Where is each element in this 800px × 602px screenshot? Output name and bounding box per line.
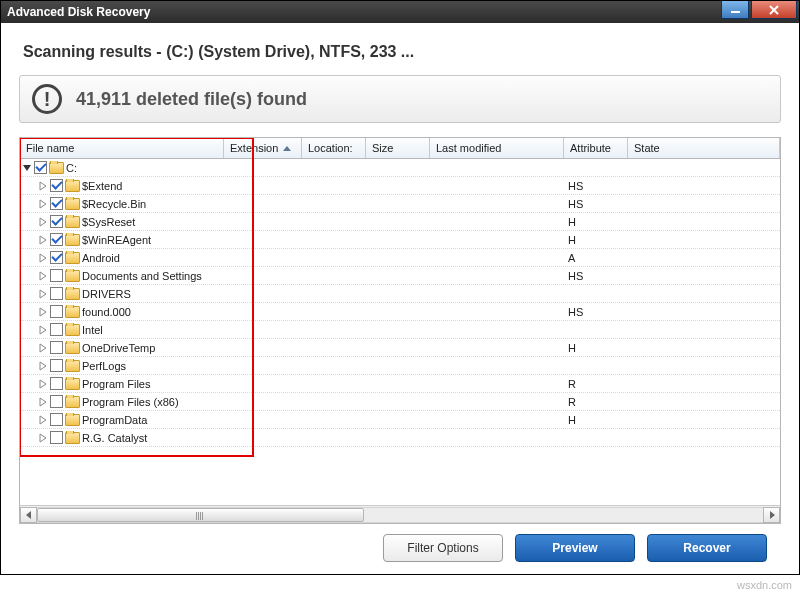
filename-label: PerfLogs	[82, 360, 126, 372]
attribute-cell: R	[564, 378, 628, 390]
expand-icon[interactable]	[38, 415, 48, 425]
filename-label: DRIVERS	[82, 288, 131, 300]
expand-icon[interactable]	[38, 343, 48, 353]
expand-icon[interactable]	[38, 289, 48, 299]
row-checkbox[interactable]	[50, 287, 63, 300]
scroll-thumb[interactable]	[37, 508, 364, 522]
folder-icon	[65, 324, 80, 336]
col-extension[interactable]: Extension	[224, 138, 302, 158]
filename-label: $Extend	[82, 180, 122, 192]
filename-cell: ProgramData	[20, 413, 224, 426]
close-button[interactable]	[751, 1, 797, 19]
expand-icon[interactable]	[38, 199, 48, 209]
horizontal-scrollbar[interactable]	[20, 505, 780, 523]
attribute-cell: HS	[564, 270, 628, 282]
folder-icon	[65, 234, 80, 246]
expand-icon[interactable]	[38, 325, 48, 335]
expand-icon[interactable]	[38, 181, 48, 191]
window-controls	[721, 1, 799, 23]
attribute-cell: HS	[564, 198, 628, 210]
expand-icon[interactable]	[38, 235, 48, 245]
row-checkbox[interactable]	[50, 395, 63, 408]
table-row[interactable]: Documents and SettingsHS	[20, 267, 780, 285]
scroll-left-arrow[interactable]	[20, 507, 37, 523]
attribute-cell: HS	[564, 180, 628, 192]
svg-marker-13	[40, 362, 46, 370]
row-checkbox[interactable]	[50, 323, 63, 336]
alert-icon: !	[32, 84, 62, 114]
recover-button[interactable]: Recover	[647, 534, 767, 562]
folder-icon	[65, 396, 80, 408]
row-checkbox[interactable]	[50, 233, 63, 246]
minimize-button[interactable]	[721, 1, 749, 19]
table-row[interactable]: ProgramDataH	[20, 411, 780, 429]
svg-marker-6	[40, 236, 46, 244]
svg-marker-17	[40, 434, 46, 442]
filename-label: Program Files	[82, 378, 150, 390]
footer-buttons: Filter Options Preview Recover	[19, 524, 781, 564]
row-checkbox[interactable]	[50, 413, 63, 426]
table-row[interactable]: Program FilesR	[20, 375, 780, 393]
table-row[interactable]: C:	[20, 159, 780, 177]
expand-icon[interactable]	[38, 307, 48, 317]
folder-icon	[65, 306, 80, 318]
row-checkbox[interactable]	[50, 359, 63, 372]
table-row[interactable]: Program Files (x86)R	[20, 393, 780, 411]
folder-icon	[65, 198, 80, 210]
table-row[interactable]: DRIVERS	[20, 285, 780, 303]
col-filename[interactable]: File name	[20, 138, 224, 158]
filter-options-button[interactable]: Filter Options	[383, 534, 503, 562]
preview-button[interactable]: Preview	[515, 534, 635, 562]
scroll-track[interactable]	[37, 507, 763, 523]
row-checkbox[interactable]	[34, 161, 47, 174]
table-row[interactable]: $SysResetH	[20, 213, 780, 231]
table-row[interactable]: Intel	[20, 321, 780, 339]
row-checkbox[interactable]	[50, 305, 63, 318]
row-checkbox[interactable]	[50, 179, 63, 192]
filename-label: Android	[82, 252, 120, 264]
col-attribute[interactable]: Attribute	[564, 138, 628, 158]
expand-icon[interactable]	[38, 397, 48, 407]
filename-label: OneDriveTemp	[82, 342, 155, 354]
expand-icon[interactable]	[38, 379, 48, 389]
table-row[interactable]: R.G. Catalyst	[20, 429, 780, 447]
svg-marker-12	[40, 344, 46, 352]
scroll-right-arrow[interactable]	[763, 507, 780, 523]
col-state[interactable]: State	[628, 138, 780, 158]
expand-icon[interactable]	[38, 271, 48, 281]
svg-marker-15	[40, 398, 46, 406]
col-size[interactable]: Size	[366, 138, 430, 158]
row-checkbox[interactable]	[50, 269, 63, 282]
table-row[interactable]: found.000HS	[20, 303, 780, 321]
row-checkbox[interactable]	[50, 215, 63, 228]
table-row[interactable]: PerfLogs	[20, 357, 780, 375]
table-row[interactable]: $WinREAgentH	[20, 231, 780, 249]
table-row[interactable]: $ExtendHS	[20, 177, 780, 195]
filename-cell: Program Files	[20, 377, 224, 390]
row-checkbox[interactable]	[50, 431, 63, 444]
expand-icon[interactable]	[38, 361, 48, 371]
row-checkbox[interactable]	[50, 251, 63, 264]
svg-marker-7	[40, 254, 46, 262]
attribute-cell: H	[564, 414, 628, 426]
folder-icon	[65, 378, 80, 390]
expand-icon[interactable]	[38, 253, 48, 263]
filename-cell: found.000	[20, 305, 224, 318]
filename-label: Documents and Settings	[82, 270, 202, 282]
col-modified[interactable]: Last modified	[430, 138, 564, 158]
row-checkbox[interactable]	[50, 197, 63, 210]
folder-icon	[65, 270, 80, 282]
table-row[interactable]: $Recycle.BinHS	[20, 195, 780, 213]
row-checkbox[interactable]	[50, 377, 63, 390]
titlebar: Advanced Disk Recovery	[1, 1, 799, 23]
table-row[interactable]: OneDriveTempH	[20, 339, 780, 357]
collapse-icon[interactable]	[22, 163, 32, 173]
expand-icon[interactable]	[38, 217, 48, 227]
col-location[interactable]: Location:	[302, 138, 366, 158]
svg-marker-5	[40, 218, 46, 226]
expand-icon[interactable]	[38, 433, 48, 443]
svg-marker-18	[26, 511, 31, 519]
filename-cell: R.G. Catalyst	[20, 431, 224, 444]
row-checkbox[interactable]	[50, 341, 63, 354]
table-row[interactable]: AndroidA	[20, 249, 780, 267]
